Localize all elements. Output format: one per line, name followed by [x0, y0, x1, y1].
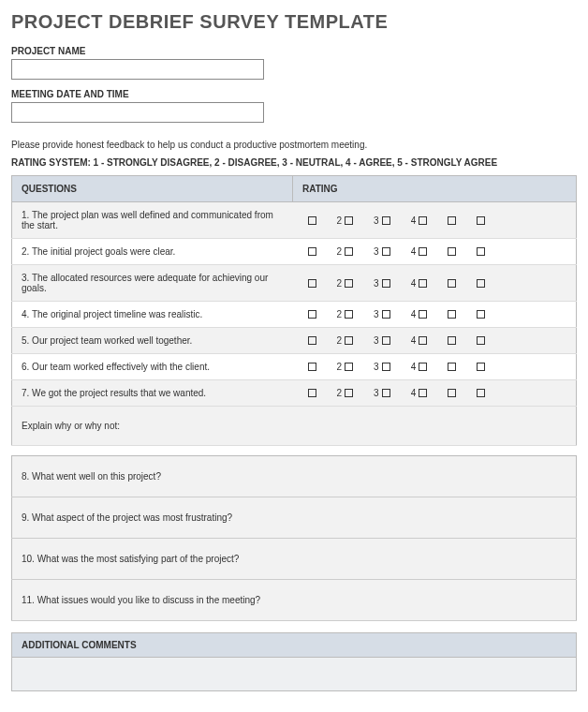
rating-option-label: 2 [337, 246, 343, 257]
rating-option-5[interactable] [448, 310, 456, 319]
checkbox-icon[interactable] [345, 310, 353, 319]
project-name-input[interactable] [11, 59, 264, 80]
rating-option-3[interactable]: 3 [374, 309, 390, 319]
checkbox-icon[interactable] [477, 363, 485, 371]
checkbox-icon[interactable] [448, 216, 456, 225]
checkbox-icon[interactable] [419, 389, 427, 397]
checkbox-icon[interactable] [345, 279, 353, 288]
checkbox-icon[interactable] [448, 279, 456, 288]
rating-option-5[interactable] [448, 389, 456, 397]
checkbox-icon[interactable] [308, 310, 316, 319]
checkbox-icon[interactable] [308, 389, 316, 397]
checkbox-icon[interactable] [382, 336, 390, 345]
rating-option-3[interactable]: 3 [374, 246, 390, 257]
rating-option-label: 4 [411, 278, 417, 289]
rating-option-2[interactable]: 2 [337, 246, 354, 257]
rating-option-6[interactable] [477, 363, 485, 371]
table-row: 2. The initial project goals were clear.… [12, 239, 577, 265]
rating-option-1[interactable] [308, 310, 316, 319]
rating-option-4[interactable]: 4 [411, 309, 428, 319]
explain-prompt[interactable]: Explain why or why not: [12, 407, 577, 446]
additional-comments-box[interactable] [11, 658, 577, 691]
rating-option-4[interactable]: 4 [411, 335, 428, 346]
open-question-text[interactable]: 11. What issues would you like to discus… [12, 580, 577, 621]
rating-option-5[interactable] [448, 216, 456, 225]
rating-option-1[interactable] [308, 389, 316, 397]
rating-table: QUESTIONS RATING 1. The project plan was… [11, 175, 577, 446]
rating-option-6[interactable] [477, 310, 485, 319]
rating-option-2[interactable]: 2 [337, 215, 354, 226]
checkbox-icon[interactable] [448, 336, 456, 345]
rating-option-3[interactable]: 3 [374, 362, 390, 372]
checkbox-icon[interactable] [308, 279, 316, 288]
checkbox-icon[interactable] [382, 363, 390, 371]
rating-option-4[interactable]: 4 [411, 215, 428, 226]
rating-option-1[interactable] [308, 363, 316, 371]
open-question-text[interactable]: 8. What went well on this project? [12, 456, 577, 497]
rating-option-6[interactable] [477, 216, 485, 225]
checkbox-icon[interactable] [308, 247, 316, 256]
rating-option-2[interactable]: 2 [337, 362, 354, 372]
checkbox-icon[interactable] [419, 363, 427, 371]
checkbox-icon[interactable] [382, 389, 390, 397]
open-question-text[interactable]: 9. What aspect of the project was most f… [12, 497, 577, 539]
rating-option-3[interactable]: 3 [374, 388, 390, 398]
checkbox-icon[interactable] [419, 336, 427, 345]
rating-option-6[interactable] [477, 279, 485, 288]
checkbox-icon[interactable] [419, 279, 427, 288]
checkbox-icon[interactable] [345, 216, 353, 225]
checkbox-icon[interactable] [382, 247, 390, 256]
rating-option-5[interactable] [448, 336, 456, 345]
checkbox-icon[interactable] [477, 247, 485, 256]
checkbox-icon[interactable] [382, 216, 390, 225]
checkbox-icon[interactable] [419, 310, 427, 319]
rating-option-1[interactable] [308, 216, 316, 225]
rating-option-2[interactable]: 2 [337, 335, 354, 346]
checkbox-icon[interactable] [419, 247, 427, 256]
checkbox-icon[interactable] [448, 389, 456, 397]
rating-option-5[interactable] [448, 247, 456, 256]
checkbox-icon[interactable] [448, 363, 456, 371]
rating-option-5[interactable] [448, 279, 456, 288]
checkbox-icon[interactable] [477, 310, 485, 319]
checkbox-icon[interactable] [477, 336, 485, 345]
rating-option-3[interactable]: 3 [374, 278, 390, 289]
rating-option-2[interactable]: 2 [337, 388, 354, 398]
checkbox-icon[interactable] [477, 389, 485, 397]
rating-option-6[interactable] [477, 389, 485, 397]
rating-option-3[interactable]: 3 [374, 335, 390, 346]
checkbox-icon[interactable] [345, 336, 353, 345]
rating-option-label: 3 [374, 246, 379, 257]
checkbox-icon[interactable] [345, 389, 353, 397]
rating-option-5[interactable] [448, 363, 456, 371]
checkbox-icon[interactable] [477, 216, 485, 225]
rating-option-label: 2 [337, 335, 343, 346]
checkbox-icon[interactable] [308, 363, 316, 371]
checkbox-icon[interactable] [308, 336, 316, 345]
rating-option-4[interactable]: 4 [411, 362, 428, 372]
rating-option-4[interactable]: 4 [411, 278, 428, 289]
rating-option-4[interactable]: 4 [411, 246, 428, 257]
rating-option-1[interactable] [308, 247, 316, 256]
checkbox-icon[interactable] [345, 247, 353, 256]
rating-option-6[interactable] [477, 336, 485, 345]
checkbox-icon[interactable] [477, 279, 485, 288]
rating-option-2[interactable]: 2 [337, 309, 354, 319]
checkbox-icon[interactable] [448, 310, 456, 319]
checkbox-icon[interactable] [308, 216, 316, 225]
checkbox-icon[interactable] [448, 247, 456, 256]
question-text: 3. The allocated resources were adequate… [12, 265, 293, 302]
checkbox-icon[interactable] [345, 363, 353, 371]
open-question-text[interactable]: 10. What was the most satisfying part of… [12, 539, 577, 580]
meeting-datetime-input[interactable] [11, 102, 264, 123]
checkbox-icon[interactable] [419, 216, 427, 225]
rating-option-6[interactable] [477, 247, 485, 256]
rating-option-3[interactable]: 3 [374, 215, 390, 226]
checkbox-icon[interactable] [382, 310, 390, 319]
rating-option-1[interactable] [308, 336, 316, 345]
rating-cell: 234 [293, 265, 577, 302]
rating-option-2[interactable]: 2 [337, 278, 354, 289]
checkbox-icon[interactable] [382, 279, 390, 288]
rating-option-1[interactable] [308, 279, 316, 288]
rating-option-4[interactable]: 4 [411, 388, 428, 398]
